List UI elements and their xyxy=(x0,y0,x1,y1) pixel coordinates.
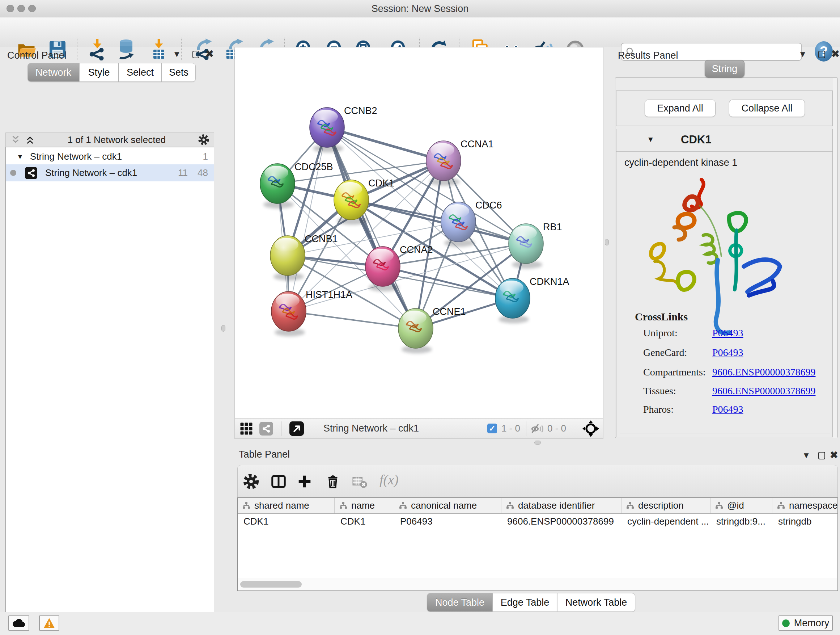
close-panel-icon[interactable]: ✖ xyxy=(831,49,840,59)
table-cell[interactable]: CDK1 xyxy=(335,514,394,529)
plus-icon xyxy=(296,473,313,490)
collection-expander-icon[interactable]: ▼ xyxy=(17,153,24,161)
edge-CCNB2-CCNA1[interactable] xyxy=(327,127,444,161)
function-builder-button[interactable]: f(x) xyxy=(379,472,399,488)
selected-checkbox[interactable]: ✓ xyxy=(487,424,497,433)
column-header-database-identifier[interactable]: database identifier xyxy=(501,498,622,513)
tab-string[interactable]: String xyxy=(705,60,745,78)
expand-all-button[interactable]: Expand All xyxy=(645,100,715,117)
column-header--id[interactable]: @id xyxy=(711,498,772,513)
network-row[interactable]: String Network – cdk1 11 48 xyxy=(6,165,214,181)
gene-section-header[interactable]: ▼ CDK1 xyxy=(616,129,832,152)
cloud-button[interactable] xyxy=(8,616,29,631)
edge-CCNB2-HIST1H1A[interactable] xyxy=(289,127,327,311)
table-cell[interactable]: stringdb:9... xyxy=(711,514,772,529)
column-header-canonical-name[interactable]: canonical name xyxy=(394,498,501,513)
status-bar: Memory xyxy=(0,612,840,635)
crosslink-link[interactable]: 9606.ENSP00000378699 xyxy=(712,366,815,378)
node-gloss xyxy=(431,143,454,157)
add-column-button[interactable] xyxy=(296,473,313,490)
float-panel-icon[interactable] xyxy=(818,452,825,459)
warnings-button[interactable] xyxy=(39,616,59,631)
node-count: 11 xyxy=(173,167,188,179)
column-label: @id xyxy=(727,500,744,511)
table-cell[interactable]: stringdb xyxy=(772,514,838,529)
crosslink-link[interactable]: P06493 xyxy=(712,404,744,415)
column-header-description[interactable]: description xyxy=(622,498,711,513)
node-gloss xyxy=(338,182,362,196)
close-panel-icon[interactable]: ✖ xyxy=(205,49,214,59)
selected-count: 1 - 0 xyxy=(501,423,520,434)
section-expander-icon[interactable]: ▼ xyxy=(647,135,654,144)
table-settings-button[interactable] xyxy=(243,473,259,490)
column-header-shared-name[interactable]: shared name xyxy=(238,498,335,513)
tab-network-table[interactable]: Network Table xyxy=(557,593,635,612)
table-cell[interactable]: CDK1 xyxy=(238,514,335,529)
edge-count: 48 xyxy=(194,167,208,179)
table-header-row: shared namenamecanonical namedatabase id… xyxy=(238,498,837,514)
grid-view-icon[interactable] xyxy=(240,422,253,435)
table-hscrollbar[interactable] xyxy=(238,578,837,590)
birds-eye-icon[interactable] xyxy=(289,421,304,436)
table-toolbar: f(x) xyxy=(237,465,838,497)
node-gloss xyxy=(513,226,537,240)
float-panel-icon[interactable] xyxy=(818,51,825,58)
hidden-count: 0 - 0 xyxy=(547,423,566,434)
share-view-icon[interactable] xyxy=(259,422,273,435)
tab-network[interactable]: Network xyxy=(27,63,79,82)
crosslink-link[interactable]: P06493 xyxy=(712,327,744,339)
column-header-namespace[interactable]: namespace xyxy=(772,498,838,513)
tab-node-table[interactable]: Node Table xyxy=(427,593,493,612)
panel-menu-icon[interactable]: ▾ xyxy=(174,49,180,59)
table-cell[interactable]: cyclin-dependent ... xyxy=(622,514,711,529)
bottom-splitter-handle[interactable] xyxy=(534,440,541,445)
tab-edge-table[interactable]: Edge Table xyxy=(493,593,557,612)
expand-all-icon[interactable] xyxy=(25,134,35,145)
crosslink-link[interactable]: P06493 xyxy=(712,347,744,358)
column-label: namespace xyxy=(789,500,837,511)
node-gloss xyxy=(276,294,300,307)
delete-table-button[interactable] xyxy=(351,473,368,490)
crosslink-label: Compartments: xyxy=(643,366,706,378)
network-canvas[interactable]: CCNB2CCNA1CDC25BCDK1CDC6RB1CCNB1CCNA2CDK… xyxy=(234,47,603,418)
close-panel-icon[interactable]: ✖ xyxy=(830,450,838,460)
collection-count: 1 xyxy=(203,151,208,162)
table-cell[interactable]: P06493 xyxy=(394,514,501,529)
memory-button[interactable]: Memory xyxy=(778,616,833,631)
tab-select[interactable]: Select xyxy=(118,63,162,82)
tab-sets[interactable]: Sets xyxy=(162,63,196,82)
crosshair-icon[interactable] xyxy=(582,420,600,437)
node-table: shared namenamecanonical namedatabase id… xyxy=(237,497,838,591)
network-collection-row[interactable]: ▼ String Network – cdk1 1 xyxy=(6,147,214,165)
collapse-all-button[interactable]: Collapse All xyxy=(729,100,805,117)
selection-summary: 1 of 1 Network selected xyxy=(35,134,198,146)
hidden-eye-icon[interactable] xyxy=(531,422,544,435)
node-gloss xyxy=(275,238,298,252)
delete-column-button[interactable] xyxy=(325,473,341,490)
edge-HIST1H1A-CCNE1[interactable] xyxy=(289,311,416,328)
results-button-bar: Expand All Collapse All xyxy=(616,90,833,126)
node-label-CCNB2: CCNB2 xyxy=(344,105,377,116)
gear-icon xyxy=(243,473,259,490)
gear-icon[interactable] xyxy=(198,134,210,146)
node-label-CCNA2: CCNA2 xyxy=(400,244,433,255)
column-label: description xyxy=(638,500,684,511)
panel-menu-icon[interactable]: ▾ xyxy=(804,450,809,460)
tab-style[interactable]: Style xyxy=(79,63,118,82)
hscrollbar-thumb[interactable] xyxy=(240,581,302,587)
table-cell[interactable]: 9606.ENSP00000378699 xyxy=(501,514,622,529)
right-splitter-handle[interactable] xyxy=(605,239,609,245)
table-row[interactable]: CDK1CDK1P064939606.ENSP00000378699cyclin… xyxy=(238,514,837,529)
network-graph: CCNB2CCNA1CDC25BCDK1CDC6RB1CCNB1CCNA2CDK… xyxy=(235,48,603,418)
column-label: canonical name xyxy=(411,500,477,511)
memory-label: Memory xyxy=(794,618,829,629)
panel-menu-icon[interactable]: ▾ xyxy=(800,49,805,59)
show-columns-button[interactable] xyxy=(270,473,287,490)
collapse-all-icon[interactable] xyxy=(10,134,21,145)
crosslink-link[interactable]: 9606.ENSP00000378699 xyxy=(712,385,815,397)
node-gloss xyxy=(370,249,393,263)
left-splitter-handle[interactable] xyxy=(221,325,225,332)
float-panel-icon[interactable] xyxy=(193,51,199,58)
results-scrollbar[interactable] xyxy=(833,78,837,438)
column-header-name[interactable]: name xyxy=(335,498,394,513)
